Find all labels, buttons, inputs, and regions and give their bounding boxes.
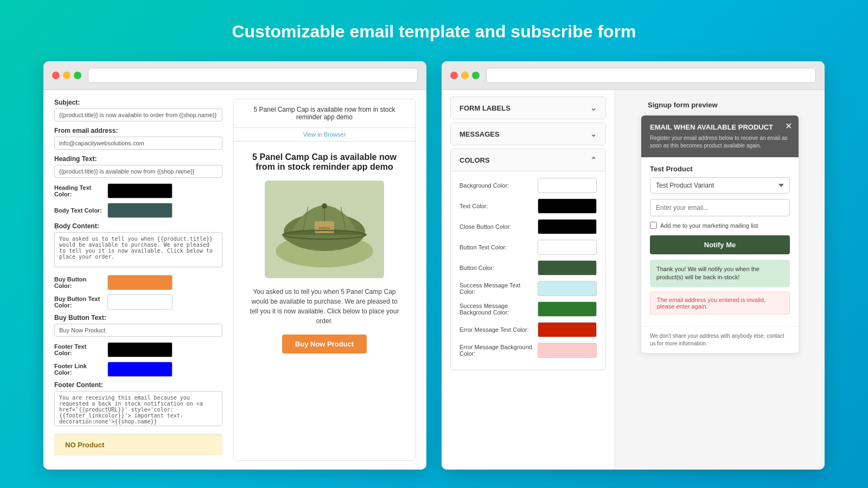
success-text-color-row: Success Message Text Color: — [459, 281, 597, 296]
email-preview-heading: 5 Panel Camp Cap is available now from i… — [245, 152, 404, 172]
close-icon[interactable]: ✕ — [785, 121, 792, 131]
left-toolbar — [43, 61, 426, 90]
background-color-label: Background Color: — [459, 182, 538, 189]
minimize-traffic-light-right[interactable] — [461, 72, 469, 79]
subject-input[interactable] — [54, 108, 222, 121]
messages-accordion: MESSAGES ⌄ — [450, 123, 606, 145]
right-browser-window: FORM LABELS ⌄ MESSAGES ⌄ COLORS ⌃ — [442, 61, 825, 470]
body-text-color-row: Body Text Color: — [54, 203, 222, 218]
colors-header[interactable]: COLORS ⌃ — [451, 149, 605, 171]
button-color-row: Button Color: — [459, 260, 597, 275]
colors-expanded-content: Background Color: Text Color: Close Butt… — [451, 171, 605, 370]
messages-arrow: ⌄ — [590, 130, 597, 138]
privacy-note: We don't share your address with anybody… — [641, 326, 799, 353]
close-button-color-swatch[interactable] — [538, 219, 597, 234]
buy-button-color-row: Buy Button Color: — [54, 275, 222, 290]
from-email-group: From email address: — [54, 127, 222, 150]
address-bar-left[interactable] — [88, 68, 418, 83]
signup-form-title: EMAIL WHEN AVAILABLE PRODUCT — [650, 123, 790, 131]
page-title: Customizable email template and subscrib… — [232, 22, 636, 42]
maximize-traffic-light[interactable] — [74, 72, 81, 79]
buy-button-text-color-swatch[interactable] — [107, 294, 173, 310]
right-settings-panel: FORM LABELS ⌄ MESSAGES ⌄ COLORS ⌃ — [442, 90, 615, 470]
from-email-label: From email address: — [54, 127, 222, 134]
buy-button-text-label: Buy Button Text: — [54, 314, 222, 322]
body-content-textarea[interactable]: You asked us to tell you when {{product.… — [54, 232, 222, 267]
success-text-color-swatch[interactable] — [538, 281, 597, 296]
text-color-label: Text Color: — [459, 203, 538, 209]
success-bg-color-swatch[interactable] — [538, 301, 597, 317]
signup-form-card: ✕ EMAIL WHEN AVAILABLE PRODUCT Register … — [641, 115, 799, 353]
no-product-bar: NO Product — [54, 434, 222, 455]
error-text-color-swatch[interactable] — [538, 322, 597, 337]
colors-accordion: COLORS ⌃ Background Color: Text Color: — [450, 149, 606, 370]
button-color-label: Button Color: — [459, 265, 538, 271]
preview-label: Signup form preview — [648, 101, 718, 109]
marketing-checkbox[interactable] — [650, 222, 657, 229]
heading-color-swatch[interactable] — [107, 183, 173, 198]
error-bg-color-swatch[interactable] — [538, 343, 597, 358]
footer-link-color-row: Footer Link Color: — [54, 362, 222, 377]
right-content: FORM LABELS ⌄ MESSAGES ⌄ COLORS ⌃ — [442, 90, 825, 470]
text-color-swatch[interactable] — [538, 198, 597, 214]
messages-title: MESSAGES — [459, 130, 500, 138]
buy-button-text-input[interactable] — [54, 324, 222, 337]
footer-link-color-label: Footer Link Color: — [54, 363, 103, 376]
success-message: Thank you! We will notify you when the p… — [650, 260, 790, 287]
footer-content-textarea[interactable]: You are receiving this email because you… — [54, 391, 222, 426]
right-preview-panel: Signup form preview ✕ EMAIL WHEN AVAILAB… — [615, 90, 825, 470]
form-labels-arrow: ⌄ — [590, 104, 597, 112]
close-button-color-label: Close Button Color: — [459, 223, 538, 230]
buy-button-text-color-label: Buy Button Text Color: — [54, 296, 103, 309]
heading-text-input[interactable] — [54, 165, 222, 178]
right-toolbar — [442, 61, 825, 90]
from-email-input[interactable] — [54, 137, 222, 150]
footer-content-group: Footer Content: You are receiving this e… — [54, 381, 222, 428]
footer-content-label: Footer Content: — [54, 381, 222, 389]
close-traffic-light-right[interactable] — [450, 72, 458, 79]
buy-button-text-group: Buy Button Text: — [54, 314, 222, 337]
button-text-color-label: Button Text Color: — [459, 244, 538, 251]
body-content-group: Body Content: You asked us to tell you w… — [54, 222, 222, 269]
buy-button-color-label: Buy Button Color: — [54, 276, 103, 289]
button-color-swatch[interactable] — [538, 260, 597, 275]
form-labels-header[interactable]: FORM LABELS ⌄ — [451, 97, 605, 119]
error-text-color-row: Error Message Text Color: — [459, 322, 597, 337]
subject-label: Subject: — [54, 99, 222, 106]
signup-form-header: ✕ EMAIL WHEN AVAILABLE PRODUCT Register … — [641, 115, 799, 157]
colors-title: COLORS — [459, 156, 490, 164]
background-color-swatch[interactable] — [538, 178, 597, 193]
email-field[interactable] — [650, 199, 790, 216]
signup-product-name: Test Product — [650, 165, 790, 173]
button-text-color-swatch[interactable] — [538, 240, 597, 255]
close-traffic-light[interactable] — [52, 72, 60, 79]
email-preview-body: 5 Panel Camp Cap is available now from i… — [234, 142, 415, 460]
error-bg-color-label: Error Message Background Color: — [459, 344, 538, 357]
notify-me-button[interactable]: Notify Me — [650, 235, 790, 254]
footer-link-color-swatch[interactable] — [107, 362, 173, 377]
signup-form-subtitle: Register your email address below to rec… — [650, 134, 790, 150]
buy-now-button[interactable]: Buy Now Product — [282, 335, 367, 354]
messages-header[interactable]: MESSAGES ⌄ — [451, 123, 605, 145]
buy-button-color-swatch[interactable] — [107, 275, 173, 290]
email-preview-panel: 5 Panel Camp Cap is available now from i… — [233, 99, 416, 461]
variant-select[interactable]: Test Product Variant — [650, 177, 790, 194]
background-color-row: Background Color: — [459, 178, 597, 193]
form-labels-accordion: FORM LABELS ⌄ — [450, 97, 606, 119]
footer-text-color-row: Footer Text Color: — [54, 342, 222, 357]
svg-point-5 — [322, 203, 327, 209]
error-bg-color-row: Error Message Background Color: — [459, 343, 597, 358]
success-bg-color-label: Success Message Background Color: — [459, 303, 538, 316]
body-content-label: Body Content: — [54, 222, 222, 230]
email-preview-header: 5 Panel Camp Cap is available now from i… — [234, 99, 415, 128]
address-bar-right[interactable] — [486, 68, 816, 83]
button-text-color-row: Button Text Color: — [459, 240, 597, 255]
minimize-traffic-light[interactable] — [63, 72, 71, 79]
view-in-browser-link[interactable]: View in Browser — [234, 128, 415, 142]
colors-arrow: ⌃ — [590, 156, 597, 164]
footer-text-color-swatch[interactable] — [107, 342, 173, 357]
body-text-color-swatch[interactable] — [107, 203, 173, 218]
maximize-traffic-light-right[interactable] — [472, 72, 480, 79]
left-form-panel: Subject: From email address: Heading Tex… — [54, 99, 222, 461]
error-message: The email address you entered is invalid… — [650, 292, 790, 314]
